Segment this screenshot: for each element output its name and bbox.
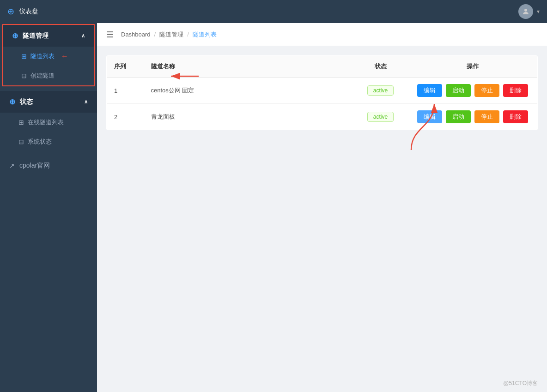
header-left: ⊕ 仪表盘 xyxy=(7,6,38,17)
create-tunnel-label: 创建隧道 xyxy=(30,72,55,80)
chevron-down-icon[interactable]: ▾ xyxy=(537,8,540,15)
status-badge-2: active xyxy=(367,112,394,122)
row2-stop-button[interactable]: 停止 xyxy=(474,110,499,123)
row2-edit-button[interactable]: 编辑 xyxy=(417,110,442,123)
breadcrumb-sep1: / xyxy=(154,31,156,38)
row2-status: active xyxy=(353,104,408,130)
plus-circle-icon: ⊕ xyxy=(12,31,18,40)
tunnel-list-label: 隧道列表 xyxy=(30,52,55,60)
sidebar-section-status[interactable]: ⊕ 状态 ∧ xyxy=(0,91,97,113)
col-header-name: 隧道名称 xyxy=(144,56,353,78)
content-relative: 序列 隧道名称 状态 操作 1 centos公网 固定 active xyxy=(97,46,547,392)
arrow-right-indicator: ← xyxy=(61,52,68,60)
online-tunnels-label: 在线隧道列表 xyxy=(28,118,64,127)
row2-actions: 编辑 启动 停止 删除 xyxy=(408,104,538,130)
row1-stop-button[interactable]: 停止 xyxy=(474,84,499,97)
dashboard-icon: ⊕ xyxy=(7,6,14,17)
status-label: 状态 xyxy=(20,98,33,106)
sidebar: ⊕ 隧道管理 ∧ ⊞ 隧道列表 ← ⊟ 创建隧道 ⊕ 状态 ∧ ⊞ 在线隧道列 xyxy=(0,23,97,392)
row1-start-button[interactable]: 启动 xyxy=(446,84,471,97)
svg-point-0 xyxy=(524,9,527,12)
status-circle-icon: ⊕ xyxy=(9,97,15,106)
grid4-icon: ⊟ xyxy=(18,138,24,145)
sidebar-item-cpolar[interactable]: ↗ cpolar官网 xyxy=(0,155,97,176)
row1-index: 1 xyxy=(107,78,144,104)
sidebar-item-tunnel-list[interactable]: ⊞ 隧道列表 ← xyxy=(3,47,94,66)
footer-text: @51CTO博客 xyxy=(503,380,538,387)
avatar[interactable] xyxy=(518,4,533,19)
row2-name: 青龙面板 xyxy=(144,104,353,130)
status-badge-1: active xyxy=(367,85,394,96)
main-layout: ⊕ 隧道管理 ∧ ⊞ 隧道列表 ← ⊟ 创建隧道 ⊕ 状态 ∧ ⊞ 在线隧道列 xyxy=(0,23,547,392)
hamburger-icon[interactable]: ☰ xyxy=(106,30,114,40)
tunnel-management-label: 隧道管理 xyxy=(23,32,49,40)
col-header-index: 序列 xyxy=(107,56,144,78)
row1-actions: 编辑 启动 停止 删除 xyxy=(408,78,538,104)
tunnel-management-group: ⊕ 隧道管理 ∧ ⊞ 隧道列表 ← ⊟ 创建隧道 xyxy=(2,24,95,86)
table-row: 2 青龙面板 active 编辑 启动 停止 删除 xyxy=(107,104,538,130)
header-right: ▾ xyxy=(518,4,540,19)
breadcrumb-home: Dashboard xyxy=(121,31,151,38)
breadcrumb-parent: 隧道管理 xyxy=(159,30,183,39)
chevron-up-icon: ∧ xyxy=(81,33,85,39)
top-header: ⊕ 仪表盘 ▾ xyxy=(0,0,547,23)
sidebar-item-create-tunnel[interactable]: ⊟ 创建隧道 xyxy=(3,66,94,85)
tunnel-table: 序列 隧道名称 状态 操作 1 centos公网 固定 active xyxy=(106,55,538,130)
content-area: ☰ Dashboard / 隧道管理 / 隧道列表 序列 隧道名称 状态 操作 xyxy=(97,23,547,392)
sidebar-item-online-tunnels[interactable]: ⊞ 在线隧道列表 xyxy=(0,113,97,132)
row1-name: centos公网 固定 xyxy=(144,78,353,104)
grid-icon: ⊞ xyxy=(21,53,27,60)
sidebar-item-system-status[interactable]: ⊟ 系统状态 xyxy=(0,132,97,151)
table-row: 1 centos公网 固定 active 编辑 启动 停止 删除 xyxy=(107,78,538,104)
row1-status: active xyxy=(353,78,408,104)
row1-edit-button[interactable]: 编辑 xyxy=(417,84,442,97)
col-header-status: 状态 xyxy=(353,56,408,78)
breadcrumb-current: 隧道列表 xyxy=(193,30,217,39)
breadcrumb-sep2: / xyxy=(187,31,189,38)
sidebar-section-tunnel-management[interactable]: ⊕ 隧道管理 ∧ xyxy=(3,25,94,47)
header-logo-text: 仪表盘 xyxy=(19,7,38,16)
cpolar-label: cpolar官网 xyxy=(19,162,50,170)
col-header-actions: 操作 xyxy=(408,56,538,78)
system-status-label: 系统状态 xyxy=(28,138,52,146)
grid2-icon: ⊟ xyxy=(21,72,27,79)
grid3-icon: ⊞ xyxy=(18,119,24,126)
external-link-icon: ↗ xyxy=(9,162,15,169)
breadcrumb-bar: ☰ Dashboard / 隧道管理 / 隧道列表 xyxy=(97,23,547,46)
row2-index: 2 xyxy=(107,104,144,130)
table-wrapper: 序列 隧道名称 状态 操作 1 centos公网 固定 active xyxy=(97,46,547,392)
row2-start-button[interactable]: 启动 xyxy=(446,110,471,123)
row2-delete-button[interactable]: 删除 xyxy=(503,110,528,123)
row1-delete-button[interactable]: 删除 xyxy=(503,84,528,97)
chevron-up-icon2: ∧ xyxy=(84,99,88,105)
